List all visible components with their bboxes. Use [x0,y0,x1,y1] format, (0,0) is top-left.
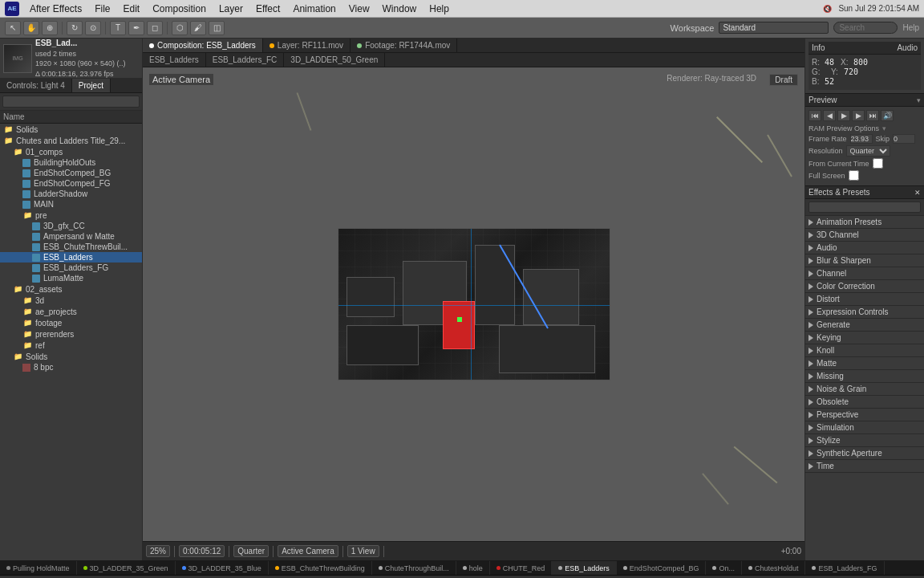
tree-item[interactable]: 📁Solids [0,124,142,135]
effect-group-header[interactable]: Obsolete [805,396,924,408]
menu-effect[interactable]: Effect [250,2,286,16]
effect-group-header[interactable]: Noise & Grain [805,383,924,395]
viewer-tab[interactable]: 3D_LADDER_50_Green [284,53,385,67]
tree-item[interactable]: LumaMatte [0,273,142,283]
tool-orbit[interactable]: ⊙ [85,21,101,35]
tree-item[interactable]: 📁prerenders [0,328,142,340]
tool-pen[interactable]: ✒ [128,21,144,35]
tree-item[interactable]: 📁Solids [0,351,142,362]
timeline-tab[interactable]: 3D_LADDER_35_Green [77,561,176,575]
timeline-tab[interactable]: CHUTE_Red [490,561,553,575]
timeline-tab[interactable]: ESB_Ladders [552,561,617,575]
vc-zoom[interactable]: 25% [146,545,170,557]
tool-eraser[interactable]: ◫ [209,21,225,35]
skip-input[interactable] [893,134,915,144]
tree-item[interactable]: BuildingHoldOuts [0,157,142,168]
preview-section-header[interactable]: Preview ▾ [805,94,924,107]
viewer-tab[interactable]: ESB_Ladders_FC [206,53,285,67]
workspace-input[interactable] [719,22,829,34]
timeline-tab[interactable]: ChuteThroughBuil... [372,561,456,575]
tab-project[interactable]: Project [72,79,111,92]
tree-item[interactable]: ESB_Ladders [0,252,142,263]
tool-text[interactable]: T [110,21,126,35]
frame-rate-input[interactable] [850,134,873,144]
tool-stamp[interactable]: ⬡ [172,21,188,35]
project-search-input[interactable] [2,96,140,108]
viewer-tab[interactable]: ESB_Ladders [143,53,206,67]
menu-help[interactable]: Help [424,2,455,16]
timeline-tab[interactable]: ESB_Ladders_FG [805,561,884,575]
toolbar-search-input[interactable] [833,22,898,34]
effect-group-header[interactable]: Generate [805,319,924,331]
comp-tab[interactable]: Layer: RF111.mov [263,39,351,52]
tree-item[interactable]: 📁ae_projects [0,306,142,317]
effect-group-header[interactable]: Keying [805,332,924,344]
timeline-tab[interactable]: EndShotComped_BG [617,561,707,575]
timeline-tab[interactable]: 3D_LADDER_35_Blue [176,561,269,575]
preview-audio[interactable]: 🔊 [881,110,894,121]
menu-after-effects[interactable]: After Effects [24,2,87,16]
preview-play[interactable]: ▶ [837,110,850,121]
vc-view[interactable]: 1 View [347,545,379,557]
vc-timecode[interactable]: 0:00:05:12 [179,545,225,557]
tree-item[interactable]: 📁footage [0,317,142,328]
effect-group-header[interactable]: Missing [805,370,924,382]
tree-item[interactable]: LadderShadow [0,189,142,199]
timeline-tab[interactable]: ChutesHoldut [742,561,806,575]
effects-close-btn[interactable]: ✕ [914,189,921,197]
menu-window[interactable]: Window [377,2,423,16]
tool-zoom[interactable]: ⊕ [42,21,58,35]
effect-group-header[interactable]: Distort [805,293,924,305]
tab-controls[interactable]: Controls: Light 4 [0,79,72,92]
tree-item[interactable]: ESB_Ladders_FG [0,263,142,273]
tree-item[interactable]: 📁Chutes and Ladders Title_29... [0,135,142,146]
full-screen-checkbox[interactable] [849,170,859,181]
vc-camera[interactable]: Active Camera [278,545,338,557]
comp-tab[interactable]: Composition: ESB_Ladders [143,39,263,52]
preview-skip-back[interactable]: ⏮ [808,110,821,121]
effect-group-header[interactable]: Animation Presets [805,216,924,228]
effects-search-input[interactable] [808,201,921,213]
tree-item[interactable]: 8 bpc [0,362,142,372]
tool-brush[interactable]: 🖌 [190,21,206,35]
ram-preview-expand[interactable]: ▾ [882,124,886,132]
effect-group-header[interactable]: Audio [805,242,924,254]
effect-group-header[interactable]: 3D Channel [805,229,924,241]
effect-group-header[interactable]: Matte [805,357,924,369]
tree-item[interactable]: 📁ref [0,340,142,351]
tool-shape[interactable]: ◻ [147,21,163,35]
effect-group-header[interactable]: Perspective [805,409,924,421]
effect-group-header[interactable]: Channel [805,267,924,279]
tree-item[interactable]: 📁pre [0,210,142,221]
menu-view[interactable]: View [343,2,375,16]
effect-group-header[interactable]: Time [805,460,924,472]
tree-item[interactable]: 📁02_assets [0,283,142,295]
tree-item[interactable]: 📁01_comps [0,146,142,157]
effect-group-header[interactable]: Knoll [805,344,924,356]
tool-arrow[interactable]: ↖ [5,21,21,35]
preview-next-frame[interactable]: ▶ [852,110,865,121]
menu-composition[interactable]: Composition [147,2,212,16]
effect-group-header[interactable]: Stylize [805,434,924,446]
preview-skip-fwd[interactable]: ⏭ [866,110,879,121]
preview-prev-frame[interactable]: ◀ [823,110,836,121]
tree-item[interactable]: MAIN [0,199,142,210]
tree-item[interactable]: 📁3d [0,295,142,306]
tree-item[interactable]: 3D_gfx_CC [0,221,142,231]
comp-tab[interactable]: Footage: RF1744A.mov [351,39,457,52]
draft-btn[interactable]: Draft [769,74,798,86]
effect-group-header[interactable]: Expression Controls [805,306,924,318]
timeline-tab[interactable]: On... [706,561,742,575]
tool-rotate[interactable]: ↻ [67,21,83,35]
timeline-tab[interactable]: hole [456,561,490,575]
menu-file[interactable]: File [89,2,116,16]
timeline-tab[interactable]: Pulling HoldMatte [0,561,77,575]
tree-item[interactable]: EndShotComped_BG [0,168,142,178]
project-tree[interactable]: 📁Solids📁Chutes and Ladders Title_29...📁0… [0,124,142,560]
effect-group-header[interactable]: Color Correction [805,280,924,292]
vc-quality[interactable]: Quarter [233,545,269,557]
menu-edit[interactable]: Edit [117,2,145,16]
from-current-checkbox[interactable] [873,158,883,169]
effect-group-header[interactable]: Synthetic Aperture [805,447,924,459]
tree-item[interactable]: ESB_ChuteThrewBuil... [0,242,142,252]
